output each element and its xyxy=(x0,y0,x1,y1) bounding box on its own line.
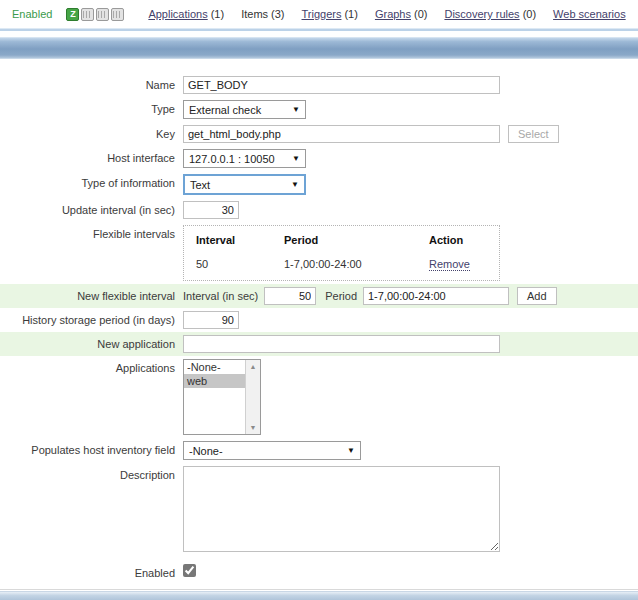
flexible-intervals-table: Interval Period Action 50 1-7,00:00-24:0… xyxy=(183,225,500,281)
new-application-label: New application xyxy=(0,335,183,350)
inventory-label: Populates host inventory field xyxy=(0,441,183,456)
flexible-intervals-row: Flexible intervals Interval Period Actio… xyxy=(0,222,638,284)
new-flexible-interval-label: New flexible interval xyxy=(0,287,183,302)
chevron-down-icon: ▼ xyxy=(347,446,355,455)
type-select[interactable]: External check ▼ xyxy=(183,100,306,119)
description-row: Description xyxy=(0,463,638,555)
enabled-checkbox[interactable] xyxy=(183,564,196,577)
flex-header-interval: Interval xyxy=(196,234,284,246)
flex-row-period: 1-7,00:00-24:00 xyxy=(284,258,429,270)
applications-label: Applications xyxy=(0,359,183,374)
history-storage-label: History storage period (in days) xyxy=(0,311,183,326)
update-interval-input[interactable] xyxy=(183,201,239,219)
listbox-scrollbar[interactable]: ▲ ▼ xyxy=(245,360,260,434)
description-textarea[interactable] xyxy=(183,466,500,552)
description-label: Description xyxy=(0,466,183,481)
type-label: Type xyxy=(0,100,183,115)
item-config-form: Name Type External check ▼ Key Select Ho… xyxy=(0,59,638,582)
applications-option-none[interactable]: -None- xyxy=(184,360,245,374)
flex-header-action: Action xyxy=(429,234,487,246)
update-interval-label: Update interval (in sec) xyxy=(0,201,183,216)
bottom-divider xyxy=(0,589,638,590)
name-label: Name xyxy=(0,76,183,91)
scroll-down-icon[interactable]: ▼ xyxy=(250,421,257,434)
nav-discovery-rules[interactable]: Discovery rules(0) xyxy=(444,8,536,20)
host-availability-icons: Z xyxy=(66,8,124,21)
new-flexible-interval-row: New flexible interval Interval (in sec) … xyxy=(0,284,638,308)
history-storage-row: History storage period (in days) xyxy=(0,308,638,332)
key-input[interactable] xyxy=(183,125,500,143)
host-status-label: Enabled xyxy=(12,8,52,20)
key-select-button[interactable]: Select xyxy=(508,125,559,143)
type-of-information-label: Type of information xyxy=(0,174,183,189)
flexible-intervals-label: Flexible intervals xyxy=(0,225,183,240)
host-interface-label: Host interface xyxy=(0,149,183,164)
chevron-down-icon: ▼ xyxy=(292,105,300,114)
ipmi-status-icon xyxy=(111,8,124,21)
name-row: Name xyxy=(0,73,638,97)
new-flex-period-input[interactable] xyxy=(363,287,509,305)
nav-graphs[interactable]: Graphs(0) xyxy=(375,8,428,20)
new-flex-interval-input[interactable] xyxy=(264,287,316,305)
type-row: Type External check ▼ xyxy=(0,97,638,122)
chevron-down-icon: ▼ xyxy=(291,180,299,189)
nav-web-scenarios[interactable]: Web scenarios xyxy=(553,8,626,20)
snmp-status-icon xyxy=(81,8,94,21)
update-interval-row: Update interval (in sec) xyxy=(0,198,638,222)
entity-nav: Applications(1) Items(3) Triggers(1) Gra… xyxy=(148,8,625,20)
flex-row-interval: 50 xyxy=(196,258,284,270)
scroll-up-icon[interactable]: ▲ xyxy=(250,360,257,373)
name-input[interactable] xyxy=(183,76,500,94)
type-of-information-select[interactable]: Text ▼ xyxy=(183,174,306,195)
bottom-bar xyxy=(0,591,638,600)
jmx-status-icon xyxy=(96,8,109,21)
applications-row: Applications -None- web ▲ ▼ xyxy=(0,356,638,438)
new-application-row: New application xyxy=(0,332,638,356)
key-label: Key xyxy=(0,125,183,140)
flex-header-period: Period xyxy=(284,234,429,246)
flex-row-action: Remove xyxy=(429,258,487,270)
host-interface-row: Host interface 127.0.0.1 : 10050 ▼ xyxy=(0,146,638,171)
nav-triggers[interactable]: Triggers(1) xyxy=(302,8,358,20)
nav-items-current: Items(3) xyxy=(241,8,284,20)
enabled-label: Enabled xyxy=(0,564,183,579)
add-flexible-interval-button[interactable]: Add xyxy=(517,287,557,305)
new-application-input[interactable] xyxy=(183,335,500,353)
chevron-down-icon: ▼ xyxy=(292,154,300,163)
applications-listbox[interactable]: -None- web ▲ ▼ xyxy=(183,359,261,435)
type-of-information-row: Type of information Text ▼ xyxy=(0,171,638,198)
history-storage-input[interactable] xyxy=(183,311,239,329)
key-row: Key Select xyxy=(0,122,638,146)
inventory-select[interactable]: -None- ▼ xyxy=(183,441,361,460)
nav-applications[interactable]: Applications(1) xyxy=(148,8,224,20)
remove-link[interactable]: Remove xyxy=(429,258,470,271)
host-navigation-bar: Enabled Z Applications(1) Items(3) Trigg… xyxy=(0,0,638,28)
inventory-row: Populates host inventory field -None- ▼ xyxy=(0,438,638,463)
zbx-agent-status-icon: Z xyxy=(66,8,79,21)
form-header-bar xyxy=(0,37,638,59)
host-interface-select[interactable]: 127.0.0.1 : 10050 ▼ xyxy=(183,149,306,168)
enabled-row: Enabled xyxy=(0,561,638,582)
new-flex-period-sublabel: Period xyxy=(325,290,357,302)
new-flex-interval-sublabel: Interval (in sec) xyxy=(183,290,258,302)
applications-option-web[interactable]: web xyxy=(184,374,245,388)
